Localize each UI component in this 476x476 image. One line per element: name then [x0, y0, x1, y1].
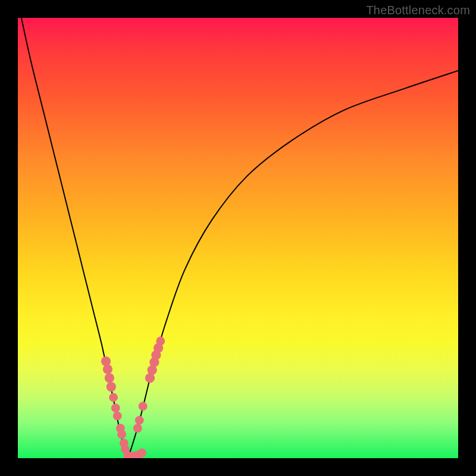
chart-svg — [18, 18, 458, 458]
marker-dot — [135, 416, 144, 425]
marker-dot — [105, 373, 114, 383]
plot-area — [18, 18, 458, 458]
marker-dot — [117, 430, 126, 439]
marker-dot — [109, 393, 118, 402]
marker-dot — [103, 364, 112, 374]
marker-layer — [101, 337, 165, 458]
marker-dot — [113, 412, 122, 421]
marker-dot — [139, 402, 148, 411]
marker-dot — [111, 403, 120, 412]
marker-dot — [156, 337, 165, 346]
curve-layer — [21, 18, 458, 458]
curve-left-branch — [21, 18, 128, 458]
marker-dot — [107, 382, 116, 392]
watermark-text: TheBottleneck.com — [366, 4, 470, 17]
marker-dot — [137, 449, 146, 458]
chart-frame: TheBottleneck.com — [0, 0, 476, 476]
curve-right-branch — [128, 71, 458, 458]
marker-dot — [133, 424, 142, 433]
